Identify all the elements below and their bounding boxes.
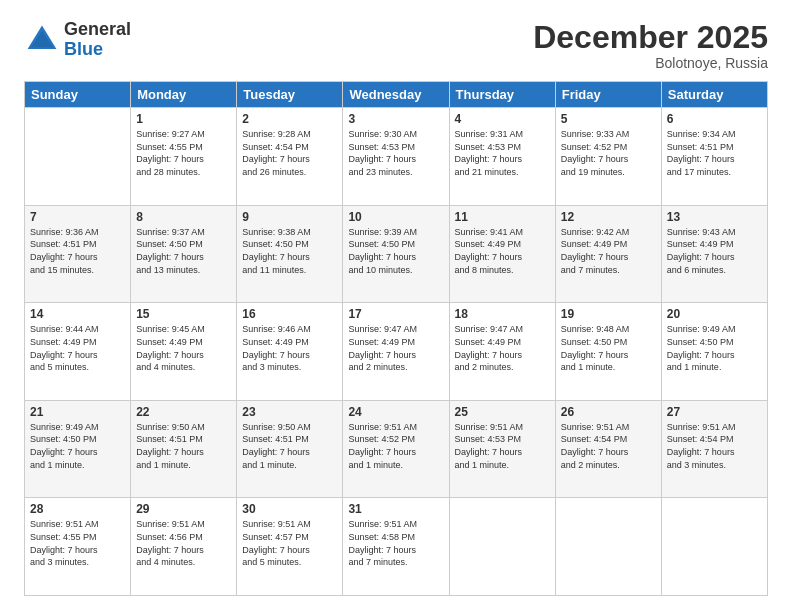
calendar-cell: 1Sunrise: 9:27 AM Sunset: 4:55 PM Daylig… (131, 108, 237, 206)
day-number: 23 (242, 405, 337, 419)
cell-content: Sunrise: 9:31 AM Sunset: 4:53 PM Dayligh… (455, 128, 550, 178)
week-row-5: 28Sunrise: 9:51 AM Sunset: 4:55 PM Dayli… (25, 498, 768, 596)
day-number: 1 (136, 112, 231, 126)
calendar-cell: 3Sunrise: 9:30 AM Sunset: 4:53 PM Daylig… (343, 108, 449, 206)
cell-content: Sunrise: 9:36 AM Sunset: 4:51 PM Dayligh… (30, 226, 125, 276)
calendar-cell: 30Sunrise: 9:51 AM Sunset: 4:57 PM Dayli… (237, 498, 343, 596)
cell-content: Sunrise: 9:38 AM Sunset: 4:50 PM Dayligh… (242, 226, 337, 276)
cell-content: Sunrise: 9:27 AM Sunset: 4:55 PM Dayligh… (136, 128, 231, 178)
day-number: 7 (30, 210, 125, 224)
cell-content: Sunrise: 9:28 AM Sunset: 4:54 PM Dayligh… (242, 128, 337, 178)
cell-content: Sunrise: 9:51 AM Sunset: 4:53 PM Dayligh… (455, 421, 550, 471)
cell-content: Sunrise: 9:41 AM Sunset: 4:49 PM Dayligh… (455, 226, 550, 276)
cell-content: Sunrise: 9:50 AM Sunset: 4:51 PM Dayligh… (242, 421, 337, 471)
calendar-cell: 4Sunrise: 9:31 AM Sunset: 4:53 PM Daylig… (449, 108, 555, 206)
month-title: December 2025 (533, 20, 768, 55)
cell-content: Sunrise: 9:50 AM Sunset: 4:51 PM Dayligh… (136, 421, 231, 471)
day-number: 30 (242, 502, 337, 516)
cell-content: Sunrise: 9:34 AM Sunset: 4:51 PM Dayligh… (667, 128, 762, 178)
week-row-3: 14Sunrise: 9:44 AM Sunset: 4:49 PM Dayli… (25, 303, 768, 401)
week-row-2: 7Sunrise: 9:36 AM Sunset: 4:51 PM Daylig… (25, 205, 768, 303)
calendar-cell: 12Sunrise: 9:42 AM Sunset: 4:49 PM Dayli… (555, 205, 661, 303)
cell-content: Sunrise: 9:51 AM Sunset: 4:58 PM Dayligh… (348, 518, 443, 568)
calendar-cell: 15Sunrise: 9:45 AM Sunset: 4:49 PM Dayli… (131, 303, 237, 401)
header: General Blue December 2025 Bolotnoye, Ru… (24, 20, 768, 71)
day-number: 31 (348, 502, 443, 516)
calendar-cell: 21Sunrise: 9:49 AM Sunset: 4:50 PM Dayli… (25, 400, 131, 498)
cell-content: Sunrise: 9:49 AM Sunset: 4:50 PM Dayligh… (667, 323, 762, 373)
day-number: 14 (30, 307, 125, 321)
header-day-friday: Friday (555, 82, 661, 108)
logo-blue: Blue (64, 40, 131, 60)
cell-content: Sunrise: 9:51 AM Sunset: 4:55 PM Dayligh… (30, 518, 125, 568)
day-number: 8 (136, 210, 231, 224)
calendar-body: 1Sunrise: 9:27 AM Sunset: 4:55 PM Daylig… (25, 108, 768, 596)
title-block: December 2025 Bolotnoye, Russia (533, 20, 768, 71)
day-number: 9 (242, 210, 337, 224)
day-number: 3 (348, 112, 443, 126)
calendar-cell: 27Sunrise: 9:51 AM Sunset: 4:54 PM Dayli… (661, 400, 767, 498)
cell-content: Sunrise: 9:51 AM Sunset: 4:57 PM Dayligh… (242, 518, 337, 568)
cell-content: Sunrise: 9:30 AM Sunset: 4:53 PM Dayligh… (348, 128, 443, 178)
cell-content: Sunrise: 9:39 AM Sunset: 4:50 PM Dayligh… (348, 226, 443, 276)
calendar-cell: 24Sunrise: 9:51 AM Sunset: 4:52 PM Dayli… (343, 400, 449, 498)
cell-content: Sunrise: 9:51 AM Sunset: 4:52 PM Dayligh… (348, 421, 443, 471)
calendar-cell: 6Sunrise: 9:34 AM Sunset: 4:51 PM Daylig… (661, 108, 767, 206)
day-number: 26 (561, 405, 656, 419)
cell-content: Sunrise: 9:45 AM Sunset: 4:49 PM Dayligh… (136, 323, 231, 373)
cell-content: Sunrise: 9:47 AM Sunset: 4:49 PM Dayligh… (348, 323, 443, 373)
header-day-saturday: Saturday (661, 82, 767, 108)
page: General Blue December 2025 Bolotnoye, Ru… (0, 0, 792, 612)
day-number: 4 (455, 112, 550, 126)
calendar-cell (661, 498, 767, 596)
header-day-sunday: Sunday (25, 82, 131, 108)
cell-content: Sunrise: 9:42 AM Sunset: 4:49 PM Dayligh… (561, 226, 656, 276)
calendar-cell: 17Sunrise: 9:47 AM Sunset: 4:49 PM Dayli… (343, 303, 449, 401)
day-number: 24 (348, 405, 443, 419)
calendar-cell: 9Sunrise: 9:38 AM Sunset: 4:50 PM Daylig… (237, 205, 343, 303)
day-number: 27 (667, 405, 762, 419)
calendar-cell: 14Sunrise: 9:44 AM Sunset: 4:49 PM Dayli… (25, 303, 131, 401)
day-number: 17 (348, 307, 443, 321)
day-number: 10 (348, 210, 443, 224)
calendar-cell: 16Sunrise: 9:46 AM Sunset: 4:49 PM Dayli… (237, 303, 343, 401)
location: Bolotnoye, Russia (533, 55, 768, 71)
calendar-cell: 2Sunrise: 9:28 AM Sunset: 4:54 PM Daylig… (237, 108, 343, 206)
calendar-cell: 29Sunrise: 9:51 AM Sunset: 4:56 PM Dayli… (131, 498, 237, 596)
logo-icon (24, 22, 60, 58)
calendar-cell: 11Sunrise: 9:41 AM Sunset: 4:49 PM Dayli… (449, 205, 555, 303)
calendar-cell (555, 498, 661, 596)
day-number: 20 (667, 307, 762, 321)
header-day-tuesday: Tuesday (237, 82, 343, 108)
header-row: SundayMondayTuesdayWednesdayThursdayFrid… (25, 82, 768, 108)
cell-content: Sunrise: 9:33 AM Sunset: 4:52 PM Dayligh… (561, 128, 656, 178)
week-row-4: 21Sunrise: 9:49 AM Sunset: 4:50 PM Dayli… (25, 400, 768, 498)
day-number: 13 (667, 210, 762, 224)
day-number: 19 (561, 307, 656, 321)
calendar-cell: 19Sunrise: 9:48 AM Sunset: 4:50 PM Dayli… (555, 303, 661, 401)
calendar-cell (449, 498, 555, 596)
calendar-cell: 5Sunrise: 9:33 AM Sunset: 4:52 PM Daylig… (555, 108, 661, 206)
calendar-header: SundayMondayTuesdayWednesdayThursdayFrid… (25, 82, 768, 108)
calendar-cell: 26Sunrise: 9:51 AM Sunset: 4:54 PM Dayli… (555, 400, 661, 498)
day-number: 21 (30, 405, 125, 419)
header-day-thursday: Thursday (449, 82, 555, 108)
day-number: 6 (667, 112, 762, 126)
calendar-cell: 13Sunrise: 9:43 AM Sunset: 4:49 PM Dayli… (661, 205, 767, 303)
cell-content: Sunrise: 9:48 AM Sunset: 4:50 PM Dayligh… (561, 323, 656, 373)
calendar-cell: 22Sunrise: 9:50 AM Sunset: 4:51 PM Dayli… (131, 400, 237, 498)
calendar-cell: 25Sunrise: 9:51 AM Sunset: 4:53 PM Dayli… (449, 400, 555, 498)
calendar-cell: 20Sunrise: 9:49 AM Sunset: 4:50 PM Dayli… (661, 303, 767, 401)
cell-content: Sunrise: 9:44 AM Sunset: 4:49 PM Dayligh… (30, 323, 125, 373)
calendar-cell: 10Sunrise: 9:39 AM Sunset: 4:50 PM Dayli… (343, 205, 449, 303)
logo: General Blue (24, 20, 131, 60)
day-number: 5 (561, 112, 656, 126)
day-number: 2 (242, 112, 337, 126)
calendar-cell: 31Sunrise: 9:51 AM Sunset: 4:58 PM Dayli… (343, 498, 449, 596)
day-number: 12 (561, 210, 656, 224)
cell-content: Sunrise: 9:51 AM Sunset: 4:54 PM Dayligh… (561, 421, 656, 471)
logo-text: General Blue (64, 20, 131, 60)
day-number: 11 (455, 210, 550, 224)
day-number: 15 (136, 307, 231, 321)
calendar-cell: 23Sunrise: 9:50 AM Sunset: 4:51 PM Dayli… (237, 400, 343, 498)
